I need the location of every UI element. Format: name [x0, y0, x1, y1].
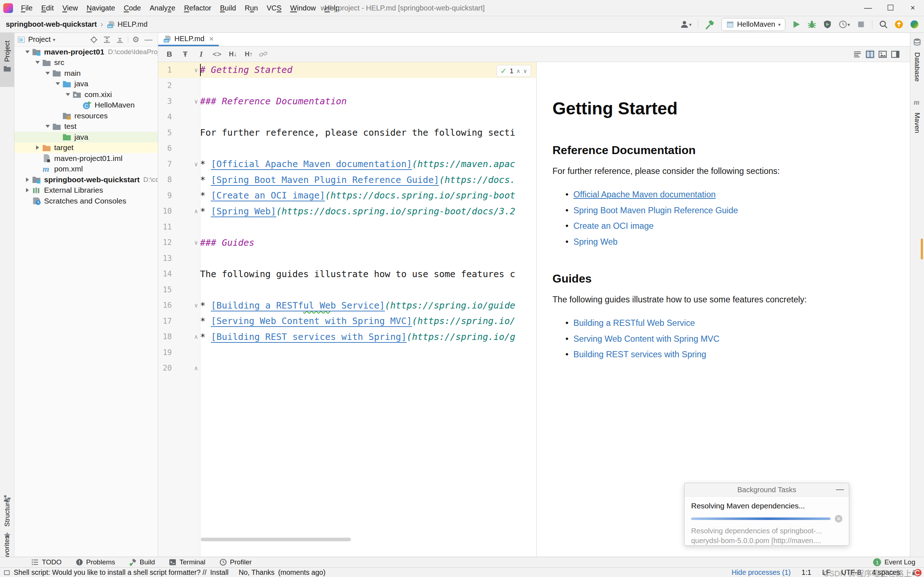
close-icon[interactable]: ×: [901, 0, 924, 16]
chevron-right-icon[interactable]: [33, 145, 42, 150]
fold-start-icon[interactable]: ∨: [192, 98, 200, 105]
chevron-right-icon[interactable]: [23, 188, 32, 192]
tree-item-scratches-and-consoles[interactable]: Scratches and Consoles: [15, 196, 158, 206]
code-line-1[interactable]: 1∨# Getting Started: [158, 62, 536, 78]
header-down-button[interactable]: H↓: [227, 49, 239, 60]
profiler-button[interactable]: ▾: [838, 20, 850, 29]
menu-item-navigate[interactable]: Navigate: [82, 4, 120, 12]
hide-panel-icon[interactable]: —: [144, 35, 152, 44]
code-line-7[interactable]: 7∨* [Official Apache Maven documentation…: [158, 156, 536, 172]
menu-item-vcs[interactable]: VCS: [262, 4, 286, 12]
code-line-2[interactable]: 2: [158, 78, 536, 94]
md-link[interactable]: [Official Apache Maven documentation]: [211, 159, 412, 170]
code-line-15[interactable]: 15: [158, 282, 536, 298]
md-link[interactable]: ul We: [303, 300, 330, 311]
code-line-12[interactable]: 12∨### Guides: [158, 235, 536, 251]
indent-setting[interactable]: 4 spaces: [872, 568, 900, 577]
md-link[interactable]: b Service]: [330, 300, 385, 311]
run-configuration-select[interactable]: HelloMaven ▾: [721, 18, 785, 31]
toolwindow-button-todo[interactable]: TODO: [31, 558, 62, 566]
code-line-16[interactable]: 16∨* [Building a RESTful Web Service](ht…: [158, 298, 536, 314]
tree-item-resources[interactable]: resources: [15, 110, 158, 121]
hide-processes-link[interactable]: Hide processes (1): [732, 568, 791, 577]
caret-position[interactable]: 1:1: [801, 568, 811, 577]
fold-end-icon[interactable]: ∧: [192, 333, 200, 340]
chevron-down-icon[interactable]: [23, 50, 32, 53]
italic-button[interactable]: I: [195, 49, 207, 60]
run-with-coverage-button[interactable]: [823, 20, 832, 29]
md-link[interactable]: [Create an OCI image]: [211, 190, 325, 201]
preview-link[interactable]: Official Apache Maven documentation: [573, 190, 716, 199]
code-line-11[interactable]: 11: [158, 219, 536, 235]
fold-start-icon[interactable]: ∨: [192, 66, 200, 74]
chevron-down-icon[interactable]: [43, 125, 52, 128]
close-icon[interactable]: ×: [209, 34, 214, 44]
line-ending[interactable]: LF: [822, 568, 830, 577]
sidebar-item-database[interactable]: Database: [913, 38, 921, 82]
menu-item-analyze[interactable]: Analyze: [145, 4, 179, 12]
inspection-widget[interactable]: ✓ 1 ∧ ∨: [496, 65, 531, 77]
code-line-3[interactable]: 3∨### Reference Documentation: [158, 93, 536, 110]
tree-item-springboot-web-quickstart[interactable]: springboot-web-quickstartD:\code\IdeaPro…: [15, 174, 158, 185]
fold-start-icon[interactable]: ∨: [192, 239, 200, 246]
minimize-icon[interactable]: —: [857, 0, 879, 16]
tree-item-java[interactable]: java: [15, 79, 158, 90]
run-button[interactable]: [792, 20, 801, 29]
no-thanks-action[interactable]: No, Thanks: [239, 568, 275, 577]
maximize-icon[interactable]: ☐: [879, 0, 901, 16]
chevron-down-icon[interactable]: [63, 93, 72, 96]
code-line-6[interactable]: 6: [158, 141, 536, 156]
md-link[interactable]: [Building a RESTf: [211, 300, 303, 311]
minimize-popup-icon[interactable]: —: [836, 485, 844, 494]
code-line-13[interactable]: 13: [158, 250, 536, 266]
search-everywhere-button[interactable]: [879, 20, 888, 29]
breadcrumb-file[interactable]: HELP.md: [118, 20, 148, 29]
menu-item-edit[interactable]: Edit: [37, 4, 58, 12]
tree-item-java[interactable]: java: [15, 132, 158, 143]
stop-button[interactable]: [856, 20, 866, 29]
code-line-17[interactable]: 17* [Serving Web Content with Spring MVC…: [158, 313, 536, 329]
editor-only-icon[interactable]: [853, 50, 862, 59]
preview-link[interactable]: Serving Web Content with Spring MVC: [573, 334, 719, 343]
chevron-down-icon[interactable]: [53, 82, 62, 85]
toolwindow-button-terminal[interactable]: Terminal: [169, 558, 205, 566]
menu-item-build[interactable]: Build: [216, 4, 240, 12]
tree-item-com-xixi[interactable]: com.xixi: [15, 89, 158, 100]
strikethrough-button[interactable]: Ŧ: [179, 49, 191, 60]
menu-item-refactor[interactable]: Refactor: [180, 4, 216, 12]
code-line-10[interactable]: 10∧* [Spring Web](https://docs.spring.io…: [158, 203, 536, 219]
fold-end-icon[interactable]: ∧: [192, 364, 200, 372]
preview-link[interactable]: Spring Boot Maven Plugin Reference Guide: [573, 206, 738, 215]
code-line-5[interactable]: 5For further reference, please consider …: [158, 125, 536, 141]
debug-button[interactable]: [808, 20, 816, 29]
split-view-icon[interactable]: [866, 50, 874, 59]
bold-button[interactable]: B: [163, 49, 176, 60]
menu-item-run[interactable]: Run: [241, 4, 263, 12]
tree-item-maven-project01-iml[interactable]: maven-project01.iml: [15, 153, 158, 164]
build-project-button[interactable]: [705, 19, 715, 30]
event-log-button[interactable]: 1 Event Log: [873, 558, 924, 566]
code-line-20[interactable]: 20∧: [158, 361, 536, 376]
file-encoding[interactable]: UTF-8: [841, 568, 861, 577]
md-link[interactable]: [Spring Web]: [211, 206, 276, 217]
tree-item-src[interactable]: src: [15, 57, 158, 68]
link-icon[interactable]: [258, 50, 268, 59]
horizontal-scrollbar[interactable]: [201, 538, 351, 541]
code-button[interactable]: <>: [211, 49, 223, 60]
project-panel-title[interactable]: Project: [28, 35, 50, 44]
chevron-down-icon[interactable]: [43, 72, 52, 75]
markdown-source-editor[interactable]: 1∨# Getting Started23∨### Reference Docu…: [158, 62, 536, 556]
menu-item-window[interactable]: Window: [286, 4, 320, 12]
tree-item-maven-project01[interactable]: maven-project01D:\code\IdeaProjects: [15, 47, 158, 57]
user-profile-button[interactable]: ▾: [680, 20, 691, 29]
code-line-14[interactable]: 14The following guides illustrate how to…: [158, 266, 536, 282]
tree-item-hellomaven[interactable]: CHelloMaven: [15, 100, 158, 111]
preview-image-icon[interactable]: [878, 50, 887, 59]
chevron-down-icon[interactable]: ▾: [53, 37, 55, 43]
tab-help-md[interactable]: MD HELP.md ×: [158, 33, 219, 46]
update-button[interactable]: [894, 20, 903, 29]
chevron-right-icon[interactable]: [23, 177, 32, 182]
fold-start-icon[interactable]: ∨: [192, 161, 200, 168]
code-line-18[interactable]: 18∧* [Building REST services with Spring…: [158, 329, 536, 345]
sidebar-item-maven[interactable]: mMaven: [913, 98, 921, 133]
